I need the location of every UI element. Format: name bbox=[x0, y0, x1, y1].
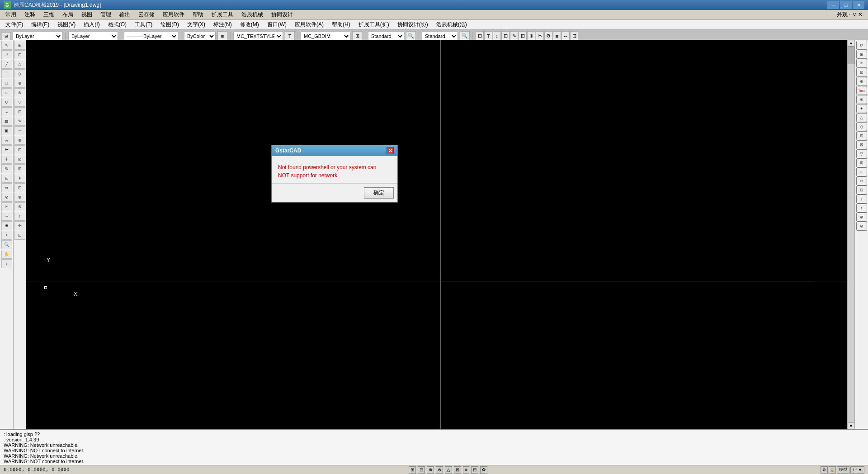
rt-btn-14[interactable]: ○ bbox=[856, 167, 867, 176]
menu-edit[interactable]: 编辑(E) bbox=[28, 20, 53, 29]
lt-btn-arrow[interactable]: ↖ bbox=[1, 41, 12, 50]
rt-btn-4[interactable]: ⊡ bbox=[856, 68, 867, 77]
rt-btn-18[interactable]: ↑ bbox=[856, 204, 867, 213]
ribbon-item-coop[interactable]: 协同设计 bbox=[268, 10, 297, 19]
textstyle-select[interactable]: MC_TEXTSTYLE bbox=[233, 32, 283, 41]
maximize-button[interactable]: □ bbox=[840, 1, 852, 9]
menu-window[interactable]: 窗口(W) bbox=[264, 20, 290, 29]
lt2-btn-11[interactable]: ⊕ bbox=[14, 136, 25, 145]
status-model-btn[interactable]: 模型 bbox=[837, 466, 849, 474]
status-snap-btn[interactable]: ⊡ bbox=[418, 466, 425, 474]
status-qprops-btn[interactable]: ✿ bbox=[480, 466, 487, 474]
menu-draw[interactable]: 绘图(D) bbox=[157, 20, 183, 29]
menu-text[interactable]: 文字(X) bbox=[184, 20, 209, 29]
rt-btn-11[interactable]: ⊠ bbox=[856, 140, 867, 149]
menu-exttools[interactable]: 扩展工具(扩) bbox=[355, 20, 393, 29]
lt2-btn-21[interactable]: ⊡ bbox=[14, 231, 25, 240]
lt2-btn-3[interactable]: △ bbox=[14, 60, 25, 69]
status-tpmode-btn[interactable]: ⊟ bbox=[471, 466, 478, 474]
rt-btn-1[interactable]: Ω bbox=[856, 41, 867, 50]
vscroll-thumb[interactable] bbox=[848, 46, 854, 64]
lt-btn-extend[interactable]: → bbox=[1, 212, 12, 221]
lt2-btn-14[interactable]: ⊞ bbox=[14, 164, 25, 173]
color-select[interactable]: ByLayer bbox=[68, 32, 118, 41]
lt-btn-hatch[interactable]: ▦ bbox=[1, 117, 12, 126]
rt-btn-9[interactable]: ◇ bbox=[856, 122, 867, 131]
lt2-btn-17[interactable]: ⊕ bbox=[14, 193, 25, 202]
status-dtrack-btn[interactable]: ⊠ bbox=[454, 466, 461, 474]
gridstyle-select[interactable]: MC_GBDIM bbox=[301, 32, 350, 41]
ribbon-item-help[interactable]: 帮助 bbox=[189, 10, 207, 19]
status-annoation-btn[interactable]: 1:1▼ bbox=[850, 466, 864, 474]
rt-btn-20[interactable]: ⊗ bbox=[856, 222, 867, 231]
menu-insert[interactable]: 插入(I) bbox=[80, 20, 103, 29]
lt-btn-rect[interactable]: □ bbox=[1, 79, 12, 88]
standard2-select[interactable]: Standard bbox=[422, 32, 458, 41]
menu-coop2[interactable]: 协同设计(协) bbox=[394, 20, 432, 29]
status-lweight-btn[interactable]: ≡ bbox=[463, 466, 469, 474]
lt-btn-dim[interactable]: ⊢ bbox=[1, 145, 12, 154]
lt2-btn-20[interactable]: ✛ bbox=[14, 221, 25, 230]
dialog-ok-button[interactable]: 确定 bbox=[364, 187, 394, 199]
colorval-select[interactable]: ByColor bbox=[184, 32, 216, 41]
menu-mech2[interactable]: 浩辰机械(浩) bbox=[433, 20, 471, 29]
drawing-canvas[interactable]: Y X bbox=[26, 40, 854, 429]
menu-modify[interactable]: 修改(M) bbox=[236, 20, 263, 29]
ribbon-item-apps[interactable]: 应用软件 bbox=[159, 10, 188, 19]
lt-btn-explode[interactable]: ✸ bbox=[1, 221, 12, 230]
ribbon-item-ext[interactable]: 扩展工具 bbox=[208, 10, 237, 19]
rt-btn-8[interactable]: △ bbox=[856, 113, 867, 122]
lt2-btn-13[interactable]: ⊠ bbox=[14, 155, 25, 164]
lt2-btn-2[interactable]: ⊡ bbox=[14, 50, 25, 59]
status-lock-btn[interactable]: 🔒 bbox=[829, 466, 836, 474]
lt-btn-mirror[interactable]: ⇔ bbox=[1, 183, 12, 192]
lt-btn-zoom[interactable]: 🔍 bbox=[1, 240, 12, 249]
lt2-btn-6[interactable]: ⊗ bbox=[14, 88, 25, 97]
linetype-select[interactable]: ——— ByLayer bbox=[124, 32, 178, 41]
rt-btn-5[interactable]: ⊕ bbox=[856, 77, 867, 86]
rt-btn-15[interactable]: ∾ bbox=[856, 176, 867, 185]
lt2-btn-4[interactable]: ◇ bbox=[14, 69, 25, 78]
lt-btn-rotate[interactable]: ↻ bbox=[1, 164, 12, 173]
lt2-btn-16[interactable]: ⊡ bbox=[14, 183, 25, 192]
lt-btn-select[interactable]: ↗ bbox=[1, 50, 12, 59]
rt-btn-2[interactable]: ⊞ bbox=[856, 50, 867, 59]
ribbon-item-layout[interactable]: 布局 bbox=[59, 10, 77, 19]
lt-btn-spline[interactable]: ⌣ bbox=[1, 107, 12, 116]
ribbon-item-cloud[interactable]: 云存储 bbox=[135, 10, 158, 19]
minimize-button[interactable]: ─ bbox=[827, 1, 839, 9]
rt-btn-6[interactable]: ⊗ bbox=[856, 95, 867, 104]
lt-btn-offset[interactable]: ⊗ bbox=[1, 193, 12, 202]
rt-btn-16[interactable]: ⊟ bbox=[856, 185, 867, 194]
close-button[interactable]: ✕ bbox=[853, 1, 864, 9]
lt-btn-region[interactable]: ▣ bbox=[1, 126, 12, 135]
ribbon-item-output[interactable]: 输出 bbox=[116, 10, 134, 19]
lt-btn-arc[interactable]: ∪ bbox=[1, 98, 12, 107]
vscrollbar[interactable]: ▲ ▼ bbox=[847, 40, 854, 429]
layer-select[interactable]: ByLayer bbox=[13, 32, 62, 41]
lt2-btn-12[interactable]: ⊡ bbox=[14, 145, 25, 154]
rt-btn-17[interactable]: ↓ bbox=[856, 194, 867, 204]
lt2-btn-10[interactable]: ⊣ bbox=[14, 126, 25, 135]
lt-btn-circle[interactable]: ○ bbox=[1, 88, 12, 97]
menu-view[interactable]: 视图(V) bbox=[54, 20, 79, 29]
lt-btn-scale[interactable]: ⊡ bbox=[1, 174, 12, 183]
menu-dim[interactable]: 标注(N) bbox=[210, 20, 236, 29]
ribbon-item-view[interactable]: 视图 bbox=[78, 10, 96, 19]
menu-format[interactable]: 格式(O) bbox=[104, 20, 130, 29]
lt2-btn-8[interactable]: ⊟ bbox=[14, 107, 25, 116]
menu-helpw[interactable]: 帮助(H) bbox=[328, 20, 354, 29]
status-settings-btn[interactable]: ⚙ bbox=[821, 466, 828, 474]
lt-btn-down[interactable]: ↓ bbox=[1, 259, 12, 268]
lt-btn-line[interactable]: ╱ bbox=[1, 60, 12, 69]
status-ortho-btn[interactable]: ⊕ bbox=[427, 466, 434, 474]
rt-btn-10[interactable]: ⊡ bbox=[856, 131, 867, 140]
lt2-btn-18[interactable]: ⊗ bbox=[14, 202, 25, 211]
lt2-btn-9[interactable]: ✎ bbox=[14, 117, 25, 126]
status-grid-btn[interactable]: ⊞ bbox=[409, 466, 416, 474]
lt-btn-text[interactable]: A bbox=[1, 136, 12, 145]
lt2-btn-15[interactable]: ✦ bbox=[14, 174, 25, 183]
standard1-select[interactable]: Standard bbox=[368, 32, 404, 41]
status-osnap-btn[interactable]: △ bbox=[445, 466, 452, 474]
rt-btn-13[interactable]: ⊞ bbox=[856, 158, 867, 167]
